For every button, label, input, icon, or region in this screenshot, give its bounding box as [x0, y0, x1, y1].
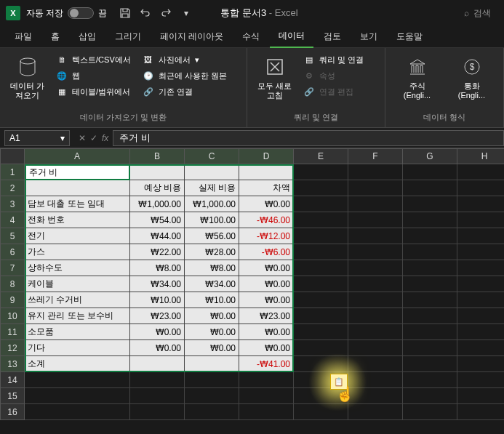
cell[interactable]: [457, 404, 504, 420]
cell[interactable]: 전화 번호: [25, 212, 130, 228]
cell[interactable]: ₩56.00: [185, 228, 239, 244]
cell[interactable]: [348, 356, 403, 372]
cell[interactable]: [403, 324, 457, 340]
stocks-button[interactable]: 주식 (Engli...: [393, 52, 441, 109]
cell[interactable]: [294, 404, 348, 420]
from-table-button[interactable]: ▦테이블/범위에서: [53, 84, 134, 99]
cell[interactable]: 담보 대출 또는 임대: [25, 196, 130, 212]
redo-icon[interactable]: [159, 7, 172, 20]
cell[interactable]: [25, 372, 130, 388]
cell[interactable]: ₩34.00: [130, 276, 185, 292]
enter-icon[interactable]: ✓: [90, 133, 97, 143]
cell[interactable]: ₩1,000.00: [185, 196, 239, 212]
recent-sources-button[interactable]: 🕑최근에 사용한 원본: [140, 68, 230, 83]
cell[interactable]: 유지 관리 또는 보수비: [25, 308, 130, 324]
cells-area[interactable]: 주거 비 예상 비용실제 비용차액담보 대출 또는 임대₩1,000.00₩1,…: [25, 164, 504, 420]
cell[interactable]: ₩0.00: [239, 292, 294, 308]
col-header-b[interactable]: B: [130, 148, 185, 164]
tab-file[interactable]: 파일: [6, 26, 41, 47]
cell[interactable]: [457, 260, 504, 276]
cell[interactable]: ₩10.00: [185, 292, 239, 308]
cell[interactable]: [348, 180, 403, 196]
fx-icon[interactable]: fx: [102, 133, 108, 143]
col-header-g[interactable]: G: [403, 148, 457, 164]
cell[interactable]: [348, 228, 403, 244]
cell[interactable]: 쓰레기 수거비: [25, 292, 130, 308]
cell[interactable]: ₩0.00: [130, 340, 185, 356]
cell[interactable]: [457, 180, 504, 196]
cell[interactable]: [348, 324, 403, 340]
cell[interactable]: [403, 180, 457, 196]
cell[interactable]: [403, 260, 457, 276]
row-header[interactable]: 10: [0, 308, 25, 324]
cell[interactable]: [348, 260, 403, 276]
cell[interactable]: [348, 212, 403, 228]
cell[interactable]: [294, 196, 348, 212]
row-header[interactable]: 11: [0, 324, 25, 340]
cell[interactable]: ₩8.00: [130, 260, 185, 276]
cell[interactable]: [348, 404, 403, 420]
cell[interactable]: 전기: [25, 228, 130, 244]
cell[interactable]: [348, 388, 403, 404]
cell[interactable]: [294, 356, 348, 372]
cell[interactable]: ₩0.00: [185, 324, 239, 340]
cell[interactable]: [457, 228, 504, 244]
cell[interactable]: [294, 164, 348, 180]
cell[interactable]: ₩34.00: [185, 276, 239, 292]
cell[interactable]: ₩0.00: [239, 260, 294, 276]
cell[interactable]: 기다: [25, 340, 130, 356]
cell[interactable]: ₩23.00: [239, 308, 294, 324]
cell[interactable]: [185, 372, 239, 388]
cancel-icon[interactable]: ✕: [79, 133, 86, 143]
cell[interactable]: ₩44.00: [130, 228, 185, 244]
cell[interactable]: [294, 212, 348, 228]
cell[interactable]: ₩54.00: [130, 212, 185, 228]
tab-formulas[interactable]: 수식: [233, 26, 268, 47]
toggle-switch-icon[interactable]: [68, 7, 94, 19]
cell[interactable]: ₩0.00: [239, 324, 294, 340]
row-header[interactable]: 8: [0, 276, 25, 292]
cell[interactable]: [457, 324, 504, 340]
cell[interactable]: [403, 196, 457, 212]
cell[interactable]: [130, 388, 185, 404]
cell[interactable]: [457, 292, 504, 308]
currencies-button[interactable]: $ 통화 (Engli...: [447, 52, 496, 109]
from-picture-button[interactable]: 🖼사진에서 ▾: [140, 52, 230, 67]
cell[interactable]: ₩100.00: [185, 212, 239, 228]
cell[interactable]: [403, 308, 457, 324]
cell[interactable]: ₩0.00: [130, 324, 185, 340]
cell[interactable]: [294, 340, 348, 356]
tab-data[interactable]: 데이터: [270, 25, 313, 48]
row-header[interactable]: 4: [0, 212, 25, 228]
cell[interactable]: [185, 388, 239, 404]
cell[interactable]: [348, 340, 403, 356]
row-header[interactable]: 16: [0, 404, 25, 420]
cell[interactable]: [403, 340, 457, 356]
cell[interactable]: [239, 388, 294, 404]
cell[interactable]: [457, 196, 504, 212]
cell[interactable]: [457, 372, 504, 388]
cell[interactable]: [294, 324, 348, 340]
cell[interactable]: ₩0.00: [185, 340, 239, 356]
cell[interactable]: [294, 260, 348, 276]
cell[interactable]: [403, 388, 457, 404]
cell[interactable]: [403, 212, 457, 228]
queries-connections-button[interactable]: ▤쿼리 및 연결: [300, 52, 367, 67]
spreadsheet-grid[interactable]: A B C D E F G H 1 2 3 4 5 6 7 8 9 10 11 …: [0, 148, 504, 420]
dropdown-icon[interactable]: ▾: [180, 7, 193, 20]
row-header[interactable]: 14: [0, 372, 25, 388]
cell[interactable]: [185, 356, 239, 372]
cell[interactable]: [239, 372, 294, 388]
cell[interactable]: 예상 비용: [130, 180, 185, 196]
col-header-d[interactable]: D: [239, 148, 294, 164]
col-header-f[interactable]: F: [348, 148, 403, 164]
cell[interactable]: [348, 308, 403, 324]
undo-icon[interactable]: [139, 7, 152, 20]
cell[interactable]: ₩10.00: [130, 292, 185, 308]
row-header[interactable]: 6: [0, 244, 25, 260]
cell[interactable]: 가스: [25, 244, 130, 260]
name-box[interactable]: A1 ▾: [4, 130, 70, 146]
cell[interactable]: [348, 244, 403, 260]
row-header[interactable]: 7: [0, 260, 25, 276]
from-text-csv-button[interactable]: 🗎텍스트/CSV에서: [53, 52, 134, 67]
